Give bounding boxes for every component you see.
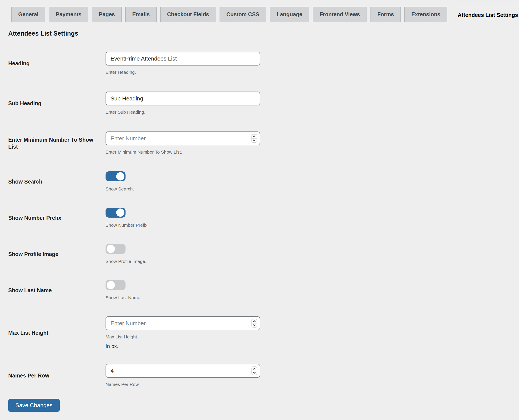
tab-checkout-fields[interactable]: Checkout Fields xyxy=(160,7,216,22)
field-row-enter-minimum-number-to-show-list: Enter Minimum Number To Show ListEnter M… xyxy=(8,131,519,155)
save-changes-button[interactable]: Save Changes xyxy=(8,399,60,412)
field-row-show-search: Show SearchShow Search. xyxy=(8,171,519,192)
number-stepper[interactable] xyxy=(251,319,257,328)
toggle-knob xyxy=(107,245,115,253)
stepper-up-icon[interactable] xyxy=(252,319,257,323)
stepper-down-icon[interactable] xyxy=(252,323,257,327)
tab-extensions[interactable]: Extensions xyxy=(404,7,447,22)
show-search-toggle[interactable] xyxy=(106,171,125,181)
sub-heading-input[interactable] xyxy=(106,91,260,105)
tab-forms[interactable]: Forms xyxy=(371,7,401,22)
page-title: Attendees List Settings xyxy=(8,30,519,37)
tab-language[interactable]: Language xyxy=(270,7,309,22)
settings-form: HeadingEnter Heading.Sub HeadingEnter Su… xyxy=(8,52,519,387)
tab-emails[interactable]: Emails xyxy=(125,7,157,22)
show-number-prefix-toggle[interactable] xyxy=(106,208,125,218)
field-row-max-list-height: Max List HeightMax List Height.In px. xyxy=(8,316,519,349)
number-stepper[interactable] xyxy=(251,367,257,375)
heading-label: Heading xyxy=(8,52,106,75)
toggle-knob xyxy=(116,172,124,180)
stepper-down-icon[interactable] xyxy=(252,371,257,375)
tab-payments[interactable]: Payments xyxy=(49,7,88,22)
tab-general[interactable]: General xyxy=(11,7,45,22)
field-help-text: Show Last Name. xyxy=(106,295,142,300)
names-per-row-label: Names Per Row xyxy=(8,364,106,387)
field-help-text: Enter Minimum Number To Show List. xyxy=(106,149,260,155)
toggle-knob xyxy=(116,209,124,217)
tab-custom-css[interactable]: Custom CSS xyxy=(220,7,266,22)
heading-input[interactable] xyxy=(106,52,260,66)
field-row-heading: HeadingEnter Heading. xyxy=(8,52,519,75)
field-row-show-last-name: Show Last NameShow Last Name. xyxy=(8,280,519,300)
field-help-text: Enter Heading. xyxy=(106,69,260,75)
toggle-knob xyxy=(107,281,115,289)
field-help-text: Max List Height. xyxy=(106,334,260,340)
field-row-show-profile-image: Show Profile ImageShow Profile Image. xyxy=(8,244,519,264)
field-help-text: Show Profile Image. xyxy=(106,259,146,264)
enter-minimum-number-to-show-list-input[interactable] xyxy=(106,131,260,145)
max-list-height-label: Max List Height xyxy=(8,316,106,349)
field-help-text: Enter Sub Heading. xyxy=(106,109,260,115)
enter-minimum-number-to-show-list-label: Enter Minimum Number To Show List xyxy=(8,131,106,155)
show-last-name-toggle[interactable] xyxy=(106,280,125,290)
field-help-text: Show Number Prefix. xyxy=(106,222,148,228)
tab-frontend-views[interactable]: Frontend Views xyxy=(313,7,367,22)
max-list-height-input[interactable] xyxy=(106,316,260,330)
stepper-down-icon[interactable] xyxy=(252,139,257,142)
tab-pages[interactable]: Pages xyxy=(92,7,122,22)
stepper-up-icon[interactable] xyxy=(252,367,257,371)
tab-attendees-list-settings[interactable]: Attendees List Settings xyxy=(451,7,519,23)
settings-tab-bar: GeneralPaymentsPagesEmailsCheckout Field… xyxy=(8,7,519,22)
field-row-names-per-row: Names Per RowNames Per Row. xyxy=(8,364,519,387)
show-search-label: Show Search xyxy=(8,171,106,192)
sub-heading-label: Sub Heading xyxy=(8,91,106,115)
field-row-sub-heading: Sub HeadingEnter Sub Heading. xyxy=(8,91,519,115)
show-last-name-label: Show Last Name xyxy=(8,280,106,300)
field-help-text: Names Per Row. xyxy=(106,382,260,387)
field-note-text: In px. xyxy=(106,343,260,349)
number-stepper[interactable] xyxy=(251,134,257,143)
show-profile-image-toggle[interactable] xyxy=(106,244,125,254)
settings-panel: Attendees List Settings HeadingEnter Hea… xyxy=(0,30,519,412)
show-number-prefix-label: Show Number Prefix xyxy=(8,208,106,228)
field-help-text: Show Search. xyxy=(106,186,134,192)
show-profile-image-label: Show Profile Image xyxy=(8,244,106,264)
names-per-row-input[interactable] xyxy=(106,364,260,378)
stepper-up-icon[interactable] xyxy=(252,135,257,139)
field-row-show-number-prefix: Show Number PrefixShow Number Prefix. xyxy=(8,208,519,228)
